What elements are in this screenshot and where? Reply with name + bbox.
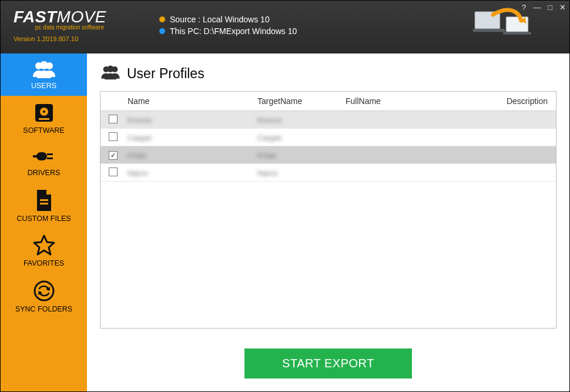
col-target[interactable]: TargetName <box>257 96 346 106</box>
sync-icon <box>1 279 87 303</box>
brand-block: FASTMOVE pc data migration software Vers… <box>1 1 106 42</box>
cell-target: Casper <box>257 133 282 142</box>
user-table: Name TargetName FullName Description Kro… <box>100 91 556 329</box>
thispc-label: This PC: D:\FMExport Windows 10 <box>170 25 297 37</box>
sidebar-item-label: SYNC FOLDERS <box>15 305 72 313</box>
maximize-button[interactable]: □ <box>548 3 552 12</box>
table-body: KronusKronusCasperCasper✓KSaeKSaeNacroNa… <box>100 111 556 182</box>
sidebar-item-drivers[interactable]: DRIVERS <box>1 140 87 183</box>
col-desc[interactable]: Description <box>498 96 556 106</box>
logo-bold: FAST <box>14 8 57 26</box>
svg-rect-12 <box>36 152 47 160</box>
cell-target: Nacro <box>257 169 278 177</box>
svg-point-10 <box>43 110 45 113</box>
cell-target: KSae <box>257 151 276 160</box>
svg-point-18 <box>35 282 53 300</box>
row-checkbox[interactable] <box>109 132 118 141</box>
svg-point-7 <box>40 61 48 69</box>
svg-rect-11 <box>39 118 49 120</box>
sidebar-item-customfiles[interactable]: CUSTOM FILES <box>1 183 87 229</box>
col-name[interactable]: Name <box>125 96 257 106</box>
sidebar-item-label: USERS <box>31 82 56 90</box>
dot-orange-icon <box>159 16 165 22</box>
row-checkbox[interactable] <box>109 167 118 176</box>
table-row[interactable]: KronusKronus <box>100 111 556 129</box>
sidebar-item-label: CUSTOM FILES <box>16 215 71 223</box>
minimize-button[interactable]: — <box>533 3 541 12</box>
users-icon <box>100 64 121 83</box>
svg-rect-13 <box>33 155 38 158</box>
start-export-button[interactable]: START EXPORT <box>244 349 412 378</box>
star-icon <box>1 234 87 257</box>
col-full[interactable]: FullName <box>346 96 498 106</box>
header: FASTMOVE pc data migration software Vers… <box>1 1 569 53</box>
sidebar-item-favorites[interactable]: FAVORITES <box>1 229 87 273</box>
source-label: Source : Local Windows 10 <box>170 14 270 25</box>
body: USERS SOFTWARE DRIVERS CUSTOM FILES FAVO <box>1 53 569 392</box>
svg-rect-15 <box>47 158 53 159</box>
plug-icon <box>1 146 87 166</box>
source-row: Source : Local Windows 10 <box>159 14 297 25</box>
cell-name: Casper <box>128 133 152 142</box>
row-checkbox[interactable] <box>109 115 118 123</box>
help-button[interactable]: ? <box>522 3 526 12</box>
thispc-row: This PC: D:\FMExport Windows 10 <box>159 25 297 37</box>
svg-point-21 <box>107 65 114 72</box>
disc-icon <box>1 102 87 124</box>
sidebar: USERS SOFTWARE DRIVERS CUSTOM FILES FAVO <box>1 53 87 392</box>
sidebar-item-label: DRIVERS <box>28 169 61 177</box>
header-info: Source : Local Windows 10 This PC: D:\FM… <box>159 14 297 37</box>
svg-rect-16 <box>40 199 48 201</box>
users-icon <box>1 59 87 79</box>
page-title: User Profiles <box>127 66 204 82</box>
sidebar-item-syncfolders[interactable]: SYNC FOLDERS <box>1 273 87 319</box>
row-checkbox[interactable]: ✓ <box>109 151 118 160</box>
svg-rect-17 <box>40 203 48 205</box>
sidebar-item-software[interactable]: SOFTWARE <box>1 96 87 140</box>
table-row[interactable]: NacroNacro <box>100 164 556 182</box>
svg-rect-1 <box>473 29 505 32</box>
footer: START EXPORT <box>100 329 556 384</box>
window-controls: ? — □ ✕ <box>522 3 566 12</box>
cell-name: KSae <box>128 151 146 160</box>
cell-name: Nacro <box>128 169 148 177</box>
main: User Profiles Name TargetName FullName D… <box>87 53 569 392</box>
cell-target: Kronus <box>257 116 281 125</box>
cell-name: Kronus <box>128 116 152 125</box>
brand-version: Version 1.2019.807.10 <box>14 35 106 42</box>
file-icon <box>1 189 87 212</box>
table-header: Name TargetName FullName Description <box>100 92 556 111</box>
logo-thin: MOVE <box>57 8 106 26</box>
close-button[interactable]: ✕ <box>559 3 566 12</box>
sidebar-item-label: SOFTWARE <box>23 126 64 135</box>
sidebar-item-users[interactable]: USERS <box>1 53 87 96</box>
table-row[interactable]: CasperCasper <box>100 129 556 146</box>
transfer-graphic-icon <box>471 8 535 43</box>
dot-blue-icon <box>159 28 165 34</box>
svg-rect-14 <box>47 153 53 155</box>
svg-rect-3 <box>503 32 531 34</box>
sidebar-item-label: FAVORITES <box>24 259 64 267</box>
table-row[interactable]: ✓KSaeKSae <box>100 146 556 164</box>
page-title-row: User Profiles <box>100 64 556 83</box>
